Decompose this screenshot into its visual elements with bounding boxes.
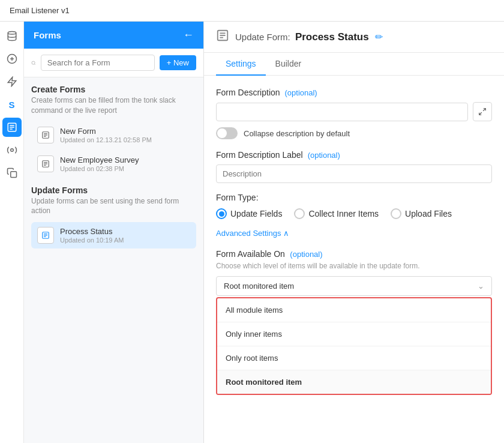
- rail-lightning[interactable]: [2, 72, 22, 91]
- app-title: Email Listener v1: [10, 6, 70, 15]
- form-available-select[interactable]: Root monitored item ⌄: [216, 276, 492, 296]
- form-item-process-status[interactable]: Process Status Updated on 10:19 AM: [31, 222, 196, 249]
- form-available-section: Form Available On (optional) Choose whic…: [216, 249, 492, 395]
- advanced-settings-link[interactable]: Advanced Settings ∧: [216, 229, 289, 238]
- edit-icon[interactable]: ✏: [375, 31, 383, 43]
- update-forms-desc: Update forms can be sent using the send …: [31, 196, 196, 217]
- form-type-section: Form Type: Update Fields Collect Inner I…: [216, 193, 492, 219]
- svg-point-11: [32, 61, 35, 64]
- radio-circle-update-fields: [216, 208, 227, 219]
- create-forms-title: Create Forms: [31, 85, 196, 94]
- collapse-toggle-label: Collapse description by default: [244, 129, 350, 138]
- collapse-toggle-row: Collapse description by default: [216, 127, 492, 139]
- tab-builder[interactable]: Builder: [266, 53, 311, 76]
- form-item-date: Updated on 10:19 AM: [60, 237, 190, 244]
- form-description-input[interactable]: [216, 103, 468, 121]
- svg-rect-10: [10, 172, 16, 178]
- rail-form[interactable]: [2, 118, 22, 137]
- form-item-name: New Form: [60, 127, 190, 136]
- tab-settings[interactable]: Settings: [216, 53, 266, 76]
- sidebar-title: Forms: [34, 30, 61, 40]
- form-item-date: Updated on 02:38 PM: [60, 165, 190, 172]
- tab-bar: Settings Builder: [204, 53, 504, 76]
- sidebar-header: Forms ←: [24, 22, 203, 49]
- back-arrow[interactable]: ←: [183, 29, 194, 41]
- new-button[interactable]: + New: [160, 55, 196, 70]
- icon-rail: S: [0, 22, 24, 443]
- form-available-optional: (optional): [290, 250, 322, 259]
- svg-line-30: [479, 112, 482, 115]
- form-available-label: Form Available On: [216, 249, 285, 259]
- svg-point-9: [10, 149, 13, 152]
- expand-description-button[interactable]: [473, 102, 492, 121]
- svg-marker-4: [8, 77, 16, 86]
- search-icon: [31, 59, 36, 67]
- top-bar: Email Listener v1: [0, 0, 504, 22]
- panel-body: Form Description (optional) Collapse des…: [204, 76, 504, 443]
- form-item-employee-survey[interactable]: New Employee Survey Updated on 02:38 PM: [31, 151, 196, 177]
- form-item-name: New Employee Survey: [60, 155, 190, 164]
- form-description-row: [216, 102, 492, 121]
- form-desc-label-field-label: Form Description Label (optional): [216, 150, 492, 160]
- dropdown-item-all-module[interactable]: All module items: [217, 298, 491, 322]
- form-item-date: Updated on 12.13.21 02:58 PM: [60, 136, 190, 143]
- radio-update-fields[interactable]: Update Fields: [216, 208, 282, 219]
- rail-settings[interactable]: [2, 140, 22, 160]
- collapse-toggle[interactable]: [216, 127, 238, 139]
- selected-option-label: Root monitored item: [224, 282, 294, 291]
- sidebar-search-bar: + New: [24, 49, 203, 77]
- form-type-label: Form Type:: [216, 193, 492, 202]
- main-panel: Update Form: Process Status ✏ Settings B…: [204, 22, 504, 443]
- rail-add[interactable]: [2, 49, 22, 68]
- form-type-radio-group: Update Fields Collect Inner Items Upload…: [216, 208, 492, 219]
- svg-line-12: [34, 64, 35, 64]
- create-forms-desc: Create forms can be filled from the tonk…: [31, 95, 196, 116]
- panel-header: Update Form: Process Status ✏: [204, 22, 504, 53]
- svg-line-29: [483, 109, 485, 111]
- dropdown-box: All module items Only inner items Only r…: [216, 297, 492, 395]
- form-available-desc: Choose which level of items will be avai…: [216, 262, 492, 270]
- update-forms-title: Update Forms: [31, 185, 196, 195]
- rail-copy[interactable]: [2, 163, 22, 182]
- dropdown-item-root-monitored[interactable]: Root monitored item: [217, 370, 491, 394]
- radio-upload-files[interactable]: Upload Files: [391, 208, 452, 219]
- sidebar: Forms ← + New Create Forms Create forms …: [24, 22, 204, 443]
- chevron-down-icon: ⌄: [478, 282, 484, 291]
- search-input[interactable]: [41, 55, 155, 71]
- svg-point-0: [8, 32, 16, 35]
- form-description-field-label: Form Description (optional): [216, 88, 492, 97]
- dropdown-item-only-inner[interactable]: Only inner items: [217, 322, 491, 346]
- form-item-icon: [37, 127, 54, 143]
- form-desc-label-input[interactable]: [216, 164, 492, 183]
- radio-circle-collect-inner: [294, 208, 305, 219]
- form-item-icon: [37, 227, 54, 244]
- rail-s[interactable]: S: [2, 95, 22, 114]
- sidebar-body: Create Forms Create forms can be filled …: [24, 77, 203, 443]
- panel-title: Update Form: Process Status: [235, 31, 369, 43]
- form-item-name: Process Status: [60, 227, 190, 236]
- dropdown-item-only-root[interactable]: Only root items: [217, 346, 491, 370]
- form-item-icon: [37, 155, 54, 172]
- panel-form-icon: [216, 29, 229, 45]
- radio-circle-upload-files: [391, 208, 401, 219]
- rail-database[interactable]: [2, 26, 22, 46]
- radio-collect-inner[interactable]: Collect Inner Items: [294, 208, 379, 219]
- form-item-new-form[interactable]: New Form Updated on 12.13.21 02:58 PM: [31, 122, 196, 148]
